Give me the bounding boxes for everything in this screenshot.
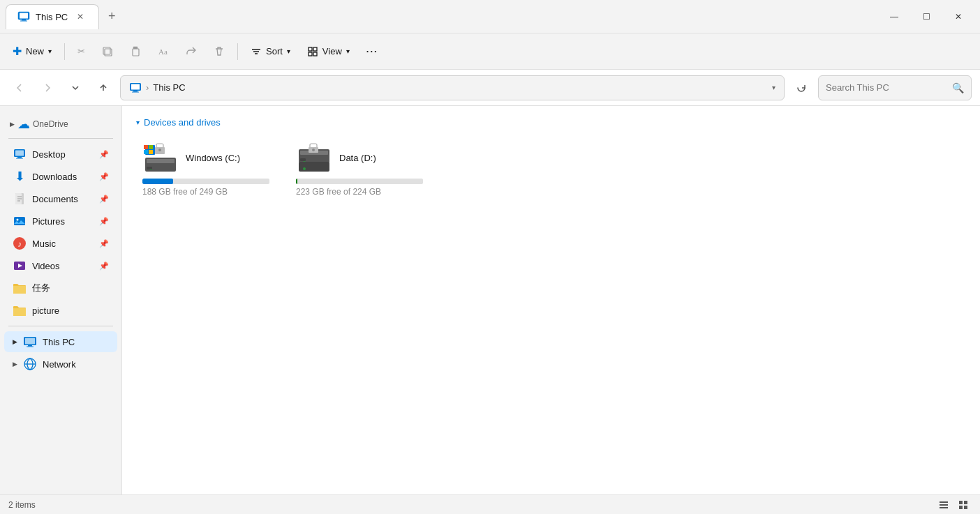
desktop-label: Desktop — [32, 149, 66, 160]
picture-folder-icon — [13, 303, 27, 317]
new-button[interactable]: ✚ New ▾ — [6, 38, 59, 65]
collapse-icon: ▾ — [136, 119, 140, 126]
share-button[interactable] — [179, 38, 204, 65]
paste-icon — [130, 46, 141, 57]
address-dropdown-icon: ▾ — [772, 84, 775, 91]
drive-c-icon-wrapper — [142, 142, 179, 173]
status-bar: 2 items — [0, 494, 980, 514]
recent-locations-button[interactable] — [64, 77, 87, 99]
main-layout: ▶ ☁ OneDrive Desktop 📌 ⬇ Downloads 📌 — [0, 106, 980, 494]
pin-icon-pictures: 📌 — [99, 217, 109, 226]
network-expand-icon: ▶ — [13, 361, 17, 368]
sidebar-item-documents[interactable]: Documents 📌 — [4, 188, 117, 209]
svg-point-52 — [312, 149, 315, 151]
drive-item-c[interactable]: Windows (C:) 188 GB free of 249 GB — [136, 136, 276, 203]
tab-label: This PC — [36, 12, 68, 22]
path-separator: › — [146, 82, 149, 93]
svg-rect-36 — [149, 145, 153, 149]
sidebar-item-network[interactable]: ▶ Network — [4, 354, 117, 375]
sidebar-item-tasks[interactable]: 任务 — [4, 278, 117, 298]
grid-view-button[interactable] — [955, 497, 972, 513]
toolbar-separator-2 — [237, 43, 238, 60]
svg-point-45 — [158, 149, 161, 151]
address-bar: › This PC ▾ 🔍 — [0, 70, 980, 106]
svg-rect-18 — [15, 151, 24, 156]
search-box[interactable]: 🔍 — [818, 75, 972, 100]
refresh-icon — [796, 82, 807, 93]
sidebar-divider-1 — [8, 138, 113, 139]
videos-icon — [13, 259, 27, 273]
forward-button[interactable] — [36, 77, 59, 99]
svg-rect-56 — [940, 504, 948, 506]
more-icon: ··· — [366, 46, 378, 56]
svg-rect-3 — [20, 21, 27, 22]
sidebar-item-onedrive[interactable]: ▶ ☁ OneDrive — [4, 112, 117, 133]
status-view-controls — [935, 497, 972, 513]
copy-button[interactable] — [95, 38, 120, 65]
sidebar-item-pictures[interactable]: Pictures 📌 — [4, 211, 117, 232]
minimize-button[interactable]: — — [878, 4, 910, 29]
up-button[interactable] — [92, 77, 114, 99]
toolbar-separator-1 — [64, 43, 65, 60]
sidebar-item-desktop[interactable]: Desktop 📌 — [4, 144, 117, 165]
sidebar: ▶ ☁ OneDrive Desktop 📌 ⬇ Downloads 📌 — [0, 106, 122, 494]
onedrive-icon: ☁ — [17, 116, 30, 132]
sidebar-item-thispc[interactable]: ▶ This PC — [4, 331, 117, 352]
pin-icon-documents: 📌 — [99, 195, 109, 204]
active-tab[interactable]: This PC ✕ — [6, 4, 99, 29]
svg-rect-16 — [132, 91, 139, 92]
view-button[interactable]: View ▾ — [300, 38, 357, 65]
svg-point-54 — [303, 167, 306, 170]
svg-rect-1 — [20, 13, 28, 19]
pin-icon-downloads: 📌 — [99, 172, 109, 181]
paste-button[interactable] — [123, 38, 148, 65]
sidebar-divider-2 — [8, 326, 113, 326]
new-chevron-icon: ▾ — [48, 47, 52, 55]
new-label: New — [26, 46, 44, 56]
svg-rect-23 — [14, 217, 25, 225]
address-path[interactable]: › This PC ▾ — [120, 75, 785, 100]
sidebar-item-music[interactable]: ♪ Music 📌 — [4, 233, 117, 254]
svg-rect-6 — [133, 49, 139, 56]
delete-button[interactable] — [207, 38, 232, 65]
network-icon — [23, 357, 37, 371]
more-button[interactable]: ··· — [359, 38, 385, 65]
svg-rect-11 — [309, 52, 312, 56]
section-label: Devices and drives — [144, 117, 221, 128]
thispc-label: This PC — [43, 337, 75, 347]
sidebar-item-picture[interactable]: picture — [4, 300, 117, 321]
svg-rect-15 — [133, 91, 138, 92]
cut-button[interactable]: ✂ — [70, 38, 92, 65]
chevron-down-icon — [70, 83, 80, 93]
sort-icon — [251, 46, 262, 57]
back-button[interactable] — [8, 77, 31, 99]
close-button[interactable]: ✕ — [942, 4, 974, 29]
svg-rect-59 — [964, 501, 967, 504]
svg-rect-49 — [300, 158, 306, 161]
svg-rect-12 — [313, 52, 317, 56]
window-controls: — ☐ ✕ — [878, 4, 974, 29]
rename-button[interactable]: Aa — [151, 38, 176, 65]
search-input[interactable] — [826, 82, 952, 93]
sidebar-item-videos[interactable]: Videos 📌 — [4, 255, 117, 276]
share-icon — [186, 46, 197, 57]
drive-d-bar-container — [296, 179, 423, 184]
music-icon: ♪ — [13, 236, 27, 250]
pin-icon-music: 📌 — [99, 239, 109, 248]
new-tab-button[interactable]: + — [99, 4, 124, 29]
sort-button[interactable]: Sort ▾ — [244, 38, 297, 65]
view-chevron-icon: ▾ — [346, 47, 350, 55]
picture-label: picture — [32, 305, 59, 316]
drive-c-free: 188 GB free of 249 GB — [142, 187, 269, 197]
refresh-button[interactable] — [790, 77, 812, 99]
computer-icon — [17, 10, 30, 23]
drive-item-d[interactable]: Data (D:) 223 GB free of 224 GB — [290, 136, 429, 203]
sidebar-item-downloads[interactable]: ⬇ Downloads 📌 — [4, 166, 117, 187]
svg-rect-55 — [940, 501, 948, 503]
tab-close-button[interactable]: ✕ — [73, 10, 87, 24]
maximize-button[interactable]: ☐ — [910, 4, 942, 29]
sort-chevron-icon: ▾ — [287, 47, 290, 55]
tasks-label: 任务 — [32, 282, 50, 294]
list-view-button[interactable] — [935, 497, 952, 513]
section-header-devices[interactable]: ▾ Devices and drives — [136, 117, 966, 128]
